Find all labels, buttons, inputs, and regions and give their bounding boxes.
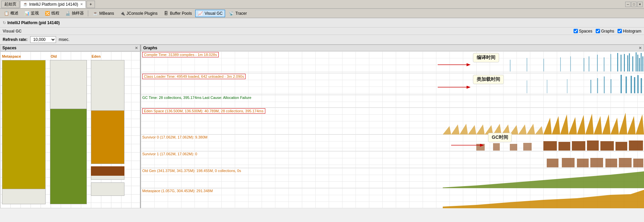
- svg-rect-24: [634, 77, 635, 93]
- svg-rect-15: [610, 54, 611, 71]
- svg-rect-30: [610, 79, 611, 93]
- svg-rect-47: [547, 159, 558, 167]
- app-title-bar: ↻ IntelliJ Platform (pid 14140): [0, 18, 644, 27]
- tab-close-icon[interactable]: ✕: [80, 2, 83, 6]
- svg-rect-44: [493, 143, 500, 151]
- app-title: IntelliJ Platform (pid 14140): [7, 20, 60, 25]
- graphs-title: Graphs: [143, 46, 157, 50]
- close-button[interactable]: ✕: [637, 2, 643, 7]
- graphs-content: Compile Time: 31389 compiles - 1m 18.028…: [141, 51, 644, 208]
- tab-intellij-label: IntelliJ Platform (pid 14140): [29, 2, 78, 7]
- graph-row-classloader: Class Loader Time: 49549 loaded, 642 unl…: [141, 73, 644, 95]
- svg-marker-54: [443, 171, 644, 188]
- graph-row-eden: Eden Space (136.500M, 136.500M): 40.789M…: [141, 108, 644, 134]
- gctime-label: GC Time: 28 collections, 395.174ms Last …: [142, 96, 251, 100]
- svg-rect-12: [589, 56, 589, 71]
- eden-label: Eden: [92, 54, 101, 58]
- threads-icon: 🔀: [44, 11, 50, 16]
- bufferpools-icon: 🗄: [163, 11, 169, 16]
- checkbox-graphs-label: Graphs: [601, 29, 614, 34]
- menu-overview[interactable]: 📋 概述: [1, 10, 20, 17]
- graphs-panel: Graphs ✕ Compile Time: 31389 compiles - …: [141, 45, 644, 208]
- maximize-button[interactable]: □: [631, 2, 637, 7]
- menu-mbeans[interactable]: ☕ MBeans: [90, 10, 116, 17]
- eden-space-label: Eden Space (136.500M, 136.500M): 40.789M…: [142, 108, 265, 114]
- compile-chart: [443, 51, 644, 73]
- tab-new[interactable]: +: [87, 1, 95, 8]
- svg-rect-28: [597, 78, 598, 93]
- toolbar: Refresh rate: 10,000 5,000 1,000 msec.: [0, 35, 644, 45]
- visualgc-icon: 📈: [198, 11, 204, 16]
- svg-rect-42: [629, 141, 643, 151]
- graph-row-metaspace: Metaspace (1.057G, 304.453M): 291.348M: [141, 188, 644, 208]
- vgc-checkboxes: Spaces Graphs Histogram: [574, 29, 641, 34]
- checkbox-graphs[interactable]: Graphs: [596, 29, 614, 34]
- checkbox-spaces-input[interactable]: [574, 29, 578, 33]
- tab-intellij[interactable]: ☕ IntelliJ Platform (pid 14140) ✕: [20, 1, 86, 8]
- menu-visualgc[interactable]: 📈 Visual GC: [195, 10, 225, 17]
- svg-rect-50: [590, 158, 603, 167]
- svg-rect-6: [636, 52, 637, 71]
- graph-row-compile: Compile Time: 31389 compiles - 1m 18.028…: [141, 51, 644, 73]
- menu-jconsole[interactable]: 🔌 JConsole Plugins: [117, 10, 160, 17]
- svg-rect-10: [642, 56, 643, 71]
- menu-overview-label: 概述: [10, 10, 18, 16]
- panels-container: Spaces ✕ Metaspace Old Eden: [0, 45, 644, 208]
- refresh-rate-label: Refresh rate:: [3, 37, 28, 42]
- checkbox-histogram[interactable]: Histogram: [618, 29, 641, 34]
- svg-rect-8: [639, 58, 640, 71]
- svg-rect-16: [510, 60, 511, 71]
- metaspace-chart: [443, 188, 644, 208]
- eden-block-fill: [91, 110, 124, 164]
- jconsole-icon: 🔌: [119, 11, 125, 16]
- svg-rect-19: [560, 57, 561, 71]
- menu-tracer[interactable]: 📡 Tracer: [226, 10, 249, 17]
- minimize-button[interactable]: ─: [625, 2, 631, 7]
- menu-sampler-label: 抽样器: [72, 10, 84, 16]
- svg-rect-14: [604, 57, 604, 71]
- window-controls: ─ □ ✕: [625, 2, 643, 7]
- svg-rect-13: [597, 55, 598, 71]
- eden-chart: [443, 108, 644, 134]
- s1-block-bg: [91, 182, 124, 196]
- svg-rect-11: [584, 58, 584, 71]
- refresh-icon: ↻: [3, 20, 6, 25]
- svg-rect-26: [641, 78, 642, 93]
- menu-threads[interactable]: 🔀 线程: [42, 10, 61, 17]
- classloader-label: Class Loader Time: 49549 loaded, 642 unl…: [142, 74, 246, 79]
- spaces-header: Spaces ✕: [0, 45, 140, 51]
- menu-sampler[interactable]: 🔬 抽样器: [63, 10, 86, 17]
- menu-bar: 📋 概述 📊 监视 🔀 线程 🔬 抽样器 ☕ MBeans 🔌 JConsole…: [0, 9, 644, 18]
- svg-rect-36: [543, 141, 557, 151]
- svg-marker-35: [443, 124, 543, 134]
- menu-bufferpools-label: Buffer Pools: [170, 11, 192, 16]
- old-block-fill: [50, 109, 87, 204]
- spaces-title: Spaces: [2, 46, 16, 50]
- svg-rect-17: [527, 58, 527, 71]
- title-bar: 起始页 ☕ IntelliJ Platform (pid 14140) ✕ + …: [0, 0, 644, 9]
- svg-rect-27: [590, 80, 591, 93]
- tab-new-label: +: [90, 2, 92, 7]
- checkbox-spaces[interactable]: Spaces: [574, 29, 592, 34]
- svg-rect-39: [587, 141, 599, 151]
- tab-home[interactable]: 起始页: [1, 1, 19, 8]
- menu-jconsole-label: JConsole Plugins: [126, 11, 158, 16]
- svg-marker-55: [443, 190, 644, 208]
- checkbox-histogram-input[interactable]: [618, 29, 622, 33]
- graphs-close-icon[interactable]: ✕: [639, 46, 642, 50]
- overview-icon: 📋: [3, 11, 9, 16]
- refresh-rate-select[interactable]: 10,000 5,000 1,000: [30, 36, 56, 43]
- menu-monitor[interactable]: 📊 监视: [22, 10, 41, 17]
- svg-rect-18: [543, 59, 544, 71]
- svg-rect-45: [510, 144, 517, 151]
- sampler-icon: 🔬: [65, 11, 71, 16]
- menu-separator-1: [88, 10, 88, 16]
- spaces-close-icon[interactable]: ✕: [135, 46, 138, 50]
- svg-rect-33: [567, 79, 568, 93]
- svg-rect-51: [605, 159, 617, 167]
- tracer-icon: 📡: [228, 11, 234, 16]
- svg-rect-32: [547, 80, 547, 93]
- menu-bufferpools[interactable]: 🗄 Buffer Pools: [161, 10, 194, 17]
- s1-chart: [443, 151, 644, 168]
- checkbox-graphs-input[interactable]: [596, 29, 600, 33]
